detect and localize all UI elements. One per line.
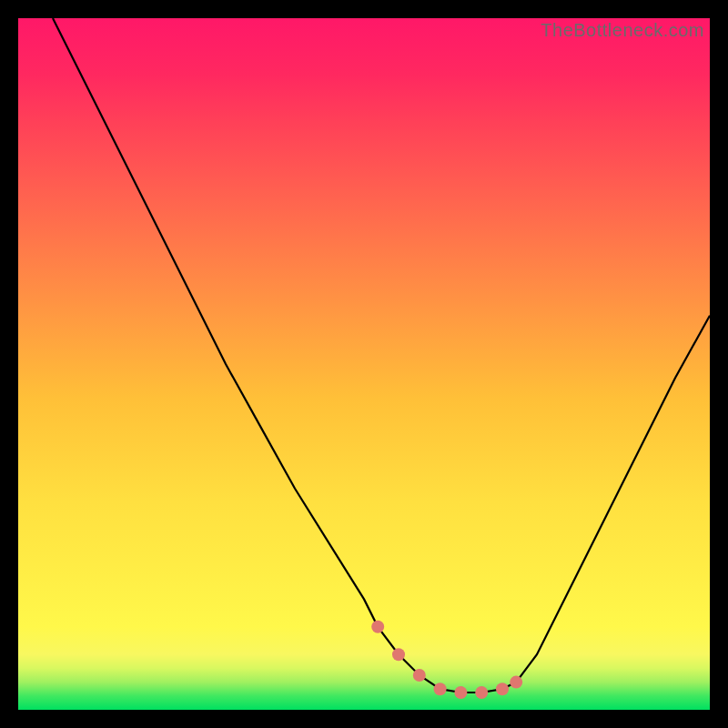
highlight-dot bbox=[510, 676, 522, 689]
highlight-dot bbox=[434, 682, 447, 695]
watermark-text: TheBottleneck.com bbox=[541, 20, 704, 41]
highlight-dot bbox=[371, 621, 384, 633]
highlight-dot bbox=[454, 686, 467, 699]
highlight-dot bbox=[475, 686, 488, 699]
chart-frame: TheBottleneck.com bbox=[18, 18, 710, 710]
highlight-dot bbox=[392, 648, 405, 661]
highlight-dots bbox=[371, 621, 522, 699]
highlight-dot bbox=[413, 669, 426, 682]
chart-svg bbox=[18, 18, 710, 710]
highlight-dot bbox=[496, 682, 509, 695]
bottleneck-curve bbox=[53, 18, 710, 693]
